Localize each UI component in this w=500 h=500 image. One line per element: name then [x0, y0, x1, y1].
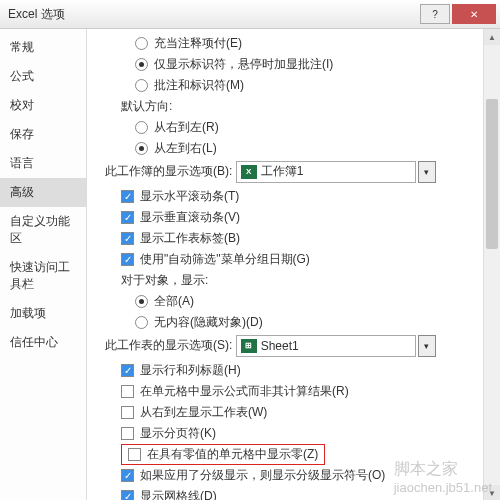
radio-comments-indicator[interactable] [135, 58, 148, 71]
workbook-dropdown-button[interactable] [418, 161, 436, 183]
label: 显示垂直滚动条(V) [140, 209, 240, 226]
dialog-body: 常规 公式 校对 保存 语言 高级 自定义功能区 快速访问工具栏 加载项 信任中… [0, 29, 500, 500]
options-content: 充当注释项付(E) 仅显示标识符，悬停时加显批注(I) 批注和标识符(M) 默认… [87, 29, 500, 500]
label: 显示网格线(D) [140, 488, 217, 500]
sheet-icon: ⊞ [241, 339, 257, 353]
check-outline-symbols[interactable] [121, 469, 134, 482]
sidebar-item-save[interactable]: 保存 [0, 120, 86, 149]
workbook-display-section: 此工作簿的显示选项(B): X工作簿1 [105, 161, 500, 182]
label: 在单元格中显示公式而非其计算结果(R) [140, 383, 349, 400]
label: 无内容(隐藏对象)(D) [154, 314, 263, 331]
help-button[interactable]: ? [420, 4, 450, 24]
window-buttons: ? ✕ [420, 4, 496, 24]
label: 显示水平滚动条(T) [140, 188, 239, 205]
workbook-select[interactable]: X工作簿1 [236, 161, 416, 183]
excel-options-window: Excel 选项 ? ✕ 常规 公式 校对 保存 语言 高级 自定义功能区 快速… [0, 0, 500, 500]
titlebar: Excel 选项 ? ✕ [0, 0, 500, 29]
sidebar-item-addins[interactable]: 加载项 [0, 299, 86, 328]
watermark: 脚本之家 jiaochen.jb51.net [394, 459, 492, 495]
label: 显示工作表标签(B) [140, 230, 240, 247]
label: 在具有零值的单元格中显示零(Z) [147, 446, 318, 463]
check-show-formulas[interactable] [121, 385, 134, 398]
sidebar-item-trust-center[interactable]: 信任中心 [0, 328, 86, 357]
sheet-display-section: 此工作表的显示选项(S): ⊞Sheet1 [105, 335, 500, 356]
check-row-col-headers[interactable] [121, 364, 134, 377]
check-sheet-tabs[interactable] [121, 232, 134, 245]
check-rtl-sheet[interactable] [121, 406, 134, 419]
radio-objects-none[interactable] [135, 316, 148, 329]
check-group-dates[interactable] [121, 253, 134, 266]
label: 从右到左(R) [154, 119, 219, 136]
sidebar-item-formulas[interactable]: 公式 [0, 62, 86, 91]
direction-label: 默认方向: [105, 96, 500, 117]
radio-rtl[interactable] [135, 121, 148, 134]
sheet-dropdown-button[interactable] [418, 335, 436, 357]
radio-comments-none[interactable] [135, 37, 148, 50]
label: 从右到左显示工作表(W) [140, 404, 267, 421]
sidebar-item-advanced[interactable]: 高级 [0, 178, 86, 207]
sheet-select[interactable]: ⊞Sheet1 [236, 335, 416, 357]
label: 全部(A) [154, 293, 194, 310]
label: 显示分页符(K) [140, 425, 216, 442]
radio-ltr[interactable] [135, 142, 148, 155]
label: 充当注释项付(E) [154, 35, 242, 52]
label: 如果应用了分级显示，则显示分级显示符号(O) [140, 467, 385, 484]
excel-icon: X [241, 165, 257, 179]
sidebar-item-quick-access[interactable]: 快速访问工具栏 [0, 253, 86, 299]
label: 从左到右(L) [154, 140, 217, 157]
objects-label: 对于对象，显示: [105, 270, 500, 291]
label: 使用"自动筛选"菜单分组日期(G) [140, 251, 310, 268]
section-label: 此工作表的显示选项(S): [105, 337, 232, 354]
radio-objects-all[interactable] [135, 295, 148, 308]
radio-comments-full[interactable] [135, 79, 148, 92]
label: 批注和标识符(M) [154, 77, 244, 94]
sidebar-item-general[interactable]: 常规 [0, 33, 86, 62]
sidebar-item-proofing[interactable]: 校对 [0, 91, 86, 120]
check-show-zero[interactable] [128, 448, 141, 461]
label: 显示行和列标题(H) [140, 362, 241, 379]
category-sidebar: 常规 公式 校对 保存 语言 高级 自定义功能区 快速访问工具栏 加载项 信任中… [0, 29, 87, 500]
close-button[interactable]: ✕ [452, 4, 496, 24]
highlight-zero-option: 在具有零值的单元格中显示零(Z) [121, 444, 325, 465]
check-gridlines[interactable] [121, 490, 134, 500]
section-label: 此工作簿的显示选项(B): [105, 163, 232, 180]
window-title: Excel 选项 [4, 6, 420, 23]
scroll-thumb[interactable] [486, 99, 498, 249]
scroll-up-button[interactable]: ▲ [484, 29, 500, 45]
check-vscroll[interactable] [121, 211, 134, 224]
scrollbar[interactable]: ▲ ▼ [483, 29, 500, 500]
label: 仅显示标识符，悬停时加显批注(I) [154, 56, 333, 73]
check-hscroll[interactable] [121, 190, 134, 203]
sidebar-item-language[interactable]: 语言 [0, 149, 86, 178]
sidebar-item-customize-ribbon[interactable]: 自定义功能区 [0, 207, 86, 253]
check-page-breaks[interactable] [121, 427, 134, 440]
